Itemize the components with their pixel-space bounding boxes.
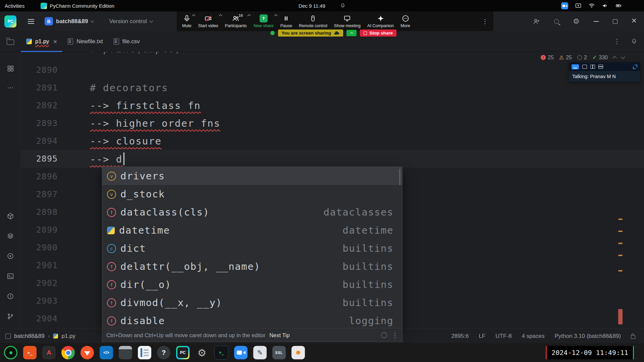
line-separator-widget[interactable]: LF <box>479 333 485 340</box>
more-tool-windows-icon[interactable] <box>7 84 14 92</box>
line-number[interactable]: 2891 <box>21 83 58 93</box>
settings-icon[interactable] <box>195 346 209 359</box>
zoom-show-meeting-button[interactable]: Show meeting <box>331 11 364 31</box>
line-number[interactable]: 2904 <box>21 314 58 323</box>
battery-icon[interactable] <box>615 2 623 9</box>
breadcrumb-file[interactable]: p1.py <box>61 333 75 340</box>
tab-p1-py[interactable]: p1.py <box>21 31 62 52</box>
completion-item[interactable]: f delattr(__obj, __name) builtins <box>102 257 402 276</box>
editor-line[interactable]: 2894 --> closure <box>21 132 644 150</box>
tab-newfile-txt[interactable]: Newfile.txt <box>62 31 108 52</box>
encoding-widget[interactable]: UTF-8 <box>495 333 512 340</box>
tab-options-icon[interactable] <box>614 38 620 45</box>
window-maximize-button[interactable] <box>613 19 618 24</box>
app-launcher-icon[interactable] <box>4 346 17 359</box>
apport-icon[interactable]: A <box>42 346 56 359</box>
zoom-app-icon[interactable] <box>234 346 248 359</box>
line-number[interactable]: 2901 <box>21 260 58 270</box>
main-menu-button[interactable] <box>27 18 35 25</box>
writer-icon[interactable] <box>138 346 151 359</box>
editor-line[interactable]: 2891 # decorators <box>21 79 644 97</box>
zoom-toolbar-overflow-icon[interactable] <box>479 18 491 25</box>
tab-file-csv[interactable]: file.csv <box>108 31 145 52</box>
terminal-green-icon[interactable] <box>214 346 228 360</box>
hint-options-icon[interactable] <box>392 331 398 339</box>
line-number[interactable]: 2893 <box>21 118 58 128</box>
next-tip-link[interactable]: Next Tip <box>269 332 290 339</box>
caret-position-widget[interactable]: 2895:6 <box>451 333 469 340</box>
zoom-tray-icon[interactable] <box>561 2 568 9</box>
completion-item[interactable]: v d_stock <box>102 185 402 203</box>
error-stripe-mark[interactable] <box>618 231 623 232</box>
line-text[interactable]: --> higher order fns <box>90 118 220 129</box>
breadcrumb[interactable]: batch88&89 › p1.py <box>0 333 75 340</box>
expand-icon[interactable] <box>633 65 637 69</box>
zoom-pause-button[interactable]: Pause <box>277 11 296 31</box>
zoom-ai-companion-button[interactable]: AI Companion <box>364 11 397 31</box>
line-number[interactable]: 2898 <box>21 207 58 217</box>
line-number[interactable]: 2902 <box>21 278 58 288</box>
brave-icon[interactable] <box>80 346 94 359</box>
window-close-button[interactable] <box>632 18 637 25</box>
stop-share-button[interactable]: Stop share <box>360 29 396 37</box>
services-icon[interactable] <box>7 232 14 240</box>
terminal-icon[interactable] <box>7 273 14 280</box>
completion-item[interactable]: c dict builtins <box>102 239 402 257</box>
system-clock[interactable]: Dec 9 11:49 <box>299 3 325 9</box>
close-tab-icon[interactable] <box>53 38 57 45</box>
files-app-icon[interactable] <box>291 346 305 359</box>
ssl-app-icon[interactable]: SSL <box>272 346 286 359</box>
layout-single-icon[interactable] <box>582 65 587 69</box>
line-text[interactable]: # decorators <box>90 82 168 94</box>
line-number[interactable]: 2896 <box>21 172 58 181</box>
search-icon[interactable] <box>554 19 559 24</box>
passed-count[interactable]: 330 <box>592 54 608 61</box>
completion-item[interactable]: f dataclass(cls) dataclasses <box>102 203 402 221</box>
window-minimize-button[interactable] <box>594 21 599 22</box>
error-stripe-mark[interactable] <box>618 255 623 256</box>
chrome-icon[interactable] <box>61 346 75 359</box>
line-number[interactable]: 2894 <box>21 136 58 146</box>
notification-bell-icon[interactable] <box>340 3 345 8</box>
line-number[interactable]: 2895 <box>21 154 58 164</box>
zoom-mute-button[interactable]: Mute <box>179 11 195 31</box>
line-text[interactable]: --> firstclass fn <box>90 100 201 111</box>
popup-scrollbar[interactable] <box>399 169 400 185</box>
editor-line[interactable]: 2892 --> firstclass fn <box>21 97 644 114</box>
line-number[interactable]: 2903 <box>21 296 58 306</box>
terminal-orange-icon[interactable] <box>23 346 37 359</box>
zoom-more-button[interactable]: More <box>397 11 413 31</box>
project-widget[interactable]: B batch88&89 <box>45 17 94 25</box>
completion-item[interactable]: f disable logging <box>102 312 402 328</box>
share-options-button[interactable] <box>346 30 357 36</box>
line-number[interactable]: 2899 <box>21 225 58 235</box>
interpreter-widget[interactable]: Python 3.10 (batch88&89) <box>554 333 621 340</box>
error-stripe-mark[interactable] <box>618 270 623 272</box>
vscode-icon[interactable] <box>100 346 113 359</box>
warning-count[interactable]: 25 <box>559 54 572 61</box>
breadcrumb-project[interactable]: batch88&89 <box>14 333 45 340</box>
completion-item[interactable]: datetime datetime <box>102 221 402 239</box>
error-stripe-mark[interactable] <box>618 243 623 244</box>
zoom-remote-control-button[interactable]: Remote control <box>296 11 331 31</box>
completion-item[interactable]: v drivers <box>102 167 402 185</box>
zoom-video-panel[interactable]: Talking: Pranav M N <box>569 62 640 82</box>
editor-line[interactable]: 2895 --> d <box>21 150 644 168</box>
minimize-video-button[interactable] <box>572 64 579 69</box>
zoom-participants-button[interactable]: 16 Participants <box>222 11 250 31</box>
problems-icon[interactable] <box>7 293 14 300</box>
vcs-widget[interactable]: Version control <box>109 18 152 25</box>
indent-widget[interactable]: 4 spaces <box>522 333 544 340</box>
text-editor-icon[interactable] <box>253 346 267 359</box>
line-text[interactable]: --> d <box>90 153 124 165</box>
line-number[interactable]: 2892 <box>21 101 58 110</box>
wifi-icon[interactable] <box>588 2 595 9</box>
editor-line[interactable]: 2893 --> higher order fns <box>21 114 644 132</box>
layout-grid-icon[interactable] <box>598 65 603 69</box>
previous-problem-icon[interactable] <box>612 56 617 60</box>
error-stripe-mark[interactable] <box>618 219 623 220</box>
structure-icon[interactable] <box>7 65 14 72</box>
lock-icon[interactable] <box>631 335 635 339</box>
completion-popup[interactable]: v drivers v d_stock f dataclass(cls) dat… <box>102 167 402 328</box>
git-branch-icon[interactable] <box>7 313 14 320</box>
